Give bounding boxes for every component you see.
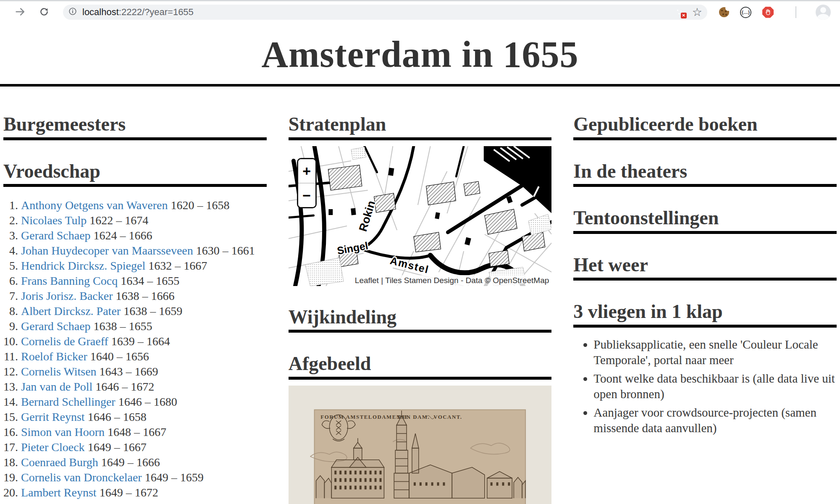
wijkindeling-heading: Wijkindeling: [289, 306, 552, 333]
page-info-icon[interactable]: [68, 7, 77, 18]
councillor-years: 1648 – 1667: [105, 425, 166, 438]
address-bar[interactable]: localhost:2222/?year=1655 ✕ ☆: [63, 5, 707, 20]
vroedschap-item: Cornelis van Dronckelaer 1649 – 1659: [21, 470, 267, 485]
vroedschap-item: Gerard Schaep 1624 – 1666: [21, 228, 267, 243]
vroedschap-item: Johan Huydecoper van Maarsseveen 1630 – …: [21, 243, 267, 258]
councillor-years: 1638 – 1666: [113, 289, 175, 302]
right-column: Gepubliceerde boeken In de theaters Tent…: [573, 87, 837, 504]
cookies-blocked-icon[interactable]: ✕: [675, 8, 685, 17]
klap-bullet-list: Publieksapplicatie, een snelle 'Couleur …: [573, 337, 837, 436]
adblock-extension-icon[interactable]: [762, 7, 774, 18]
councillor-link[interactable]: Jan van de Poll: [21, 380, 92, 393]
klap-bullet: Aanjager voor crowdsource-projecten (sam…: [593, 405, 837, 436]
content-columns: Burgemeesters Vroedschap Anthony Oetgens…: [0, 87, 840, 504]
councillor-years: 1646 – 1680: [116, 395, 177, 408]
councillor-years: 1649 – 1666: [98, 456, 160, 469]
klap-bullet: Toont welke data beschikbaar is (alle da…: [593, 371, 837, 402]
forward-button[interactable]: [14, 6, 26, 19]
councillor-years: 1646 – 1672: [92, 380, 154, 393]
profile-avatar[interactable]: [816, 5, 831, 20]
councillor-years: 1624 – 1666: [91, 229, 152, 242]
councillor-years: 1639 – 1664: [108, 335, 170, 348]
bookmark-star-icon[interactable]: ☆: [692, 7, 702, 18]
street-map[interactable]: Rokin Singel Amstel + − Leaflet | Tiles …: [289, 146, 552, 286]
councillor-link[interactable]: Frans Banning Cocq: [21, 274, 118, 287]
councillor-years: 1632 – 1667: [145, 259, 207, 272]
vroedschap-item: Coenraed Burgh 1649 – 1666: [21, 455, 267, 470]
url-path: :2222/?year=1655: [119, 7, 194, 17]
councillor-years: 1620 – 1658: [168, 199, 229, 212]
councillor-link[interactable]: Pieter Cloeck: [21, 441, 85, 454]
councillor-link[interactable]: Roelof Bicker: [21, 350, 87, 363]
vroedschap-item: Frans Banning Cocq 1634 – 1655: [21, 273, 267, 289]
vroedschap-item: Jan van de Poll 1646 – 1672: [21, 379, 267, 394]
url-text: localhost:2222/?year=1655: [82, 7, 194, 18]
councillor-link[interactable]: Lambert Reynst: [21, 486, 97, 499]
engraving-image: FORUM AMSTELODAMENSE. DEN DAM. VOCANT.: [289, 386, 552, 504]
toolbar-separator: [795, 6, 796, 18]
councillor-years: 1638 – 1655: [91, 320, 152, 333]
vroedschap-item: Cornelis Witsen 1643 – 1669: [21, 364, 267, 379]
vroedschap-item: Cornelis de Graeff 1639 – 1664: [21, 334, 267, 349]
extensions-row: {…}: [719, 5, 840, 20]
klap-heading: 3 vliegen in 1 klap: [573, 301, 837, 328]
cookie-extension-icon[interactable]: [719, 7, 729, 17]
councillor-link[interactable]: Simon van Hoorn: [21, 425, 105, 438]
weer-heading: Het weer: [573, 254, 837, 281]
councillor-link[interactable]: Gerard Schaep: [21, 229, 91, 242]
councillor-link[interactable]: Johan Huydecoper van Maarsseveen: [21, 244, 193, 257]
tentoonstellingen-heading: Tentoonstellingen: [573, 207, 837, 234]
councillor-years: 1622 – 1674: [87, 214, 148, 227]
cookie-blocked-badge: ✕: [681, 13, 687, 18]
vroedschap-item: Roelof Bicker 1640 – 1656: [21, 349, 267, 364]
middle-column: Stratenplan: [289, 87, 552, 504]
brackets-extension-icon[interactable]: {…}: [740, 7, 751, 18]
url-host: localhost: [82, 7, 119, 17]
councillor-link[interactable]: Gerard Schaep: [21, 320, 91, 333]
councillor-years: 1646 – 1658: [85, 410, 147, 423]
page-title: Amsterdam in 1655: [0, 33, 840, 76]
klap-bullet: Publieksapplicatie, een snelle 'Couleur …: [593, 337, 837, 368]
burgemeesters-heading: Burgemeesters: [3, 113, 267, 140]
councillor-link[interactable]: Gerrit Reynst: [21, 410, 85, 423]
councillor-link[interactable]: Cornelis de Graeff: [21, 335, 108, 348]
vroedschap-item: Lambert Reynst 1649 – 1672: [21, 485, 267, 500]
forward-icon: [14, 6, 26, 19]
left-column: Burgemeesters Vroedschap Anthony Oetgens…: [3, 87, 267, 504]
zoom-in-button[interactable]: +: [298, 159, 315, 183]
vroedschap-item: Pieter Cloeck 1649 – 1667: [21, 440, 267, 455]
map-attribution[interactable]: Leaflet | Tiles Stamen Design - Data © O…: [352, 275, 552, 286]
vroedschap-item: Bernard Schellinger 1646 – 1680: [21, 394, 267, 410]
vroedschap-item: Albert Dircksz. Pater 1638 – 1659: [21, 304, 267, 319]
councillor-link[interactable]: Coenraed Burgh: [21, 456, 98, 469]
browser-toolbar: localhost:2222/?year=1655 ✕ ☆ {…}: [0, 1, 840, 23]
councillor-years: 1649 – 1667: [85, 441, 147, 454]
vroedschap-item: Joris Jorisz. Backer 1638 – 1666: [21, 289, 267, 304]
councillor-link[interactable]: Albert Dircksz. Pater: [21, 304, 121, 318]
councillor-link[interactable]: Hendrick Dircksz. Spiegel: [21, 259, 145, 272]
map-tiles: Rokin Singel Amstel: [289, 146, 552, 286]
vroedschap-item: Gerrit Reynst 1646 – 1658: [21, 410, 267, 425]
reload-icon: [39, 6, 50, 18]
afgebeeld-heading: Afgebeeld: [289, 353, 552, 380]
councillor-years: 1638 – 1659: [121, 304, 182, 318]
councillor-link[interactable]: Nicolaes Tulp: [21, 214, 87, 227]
councillor-years: 1640 – 1656: [87, 350, 149, 363]
councillor-years: 1643 – 1669: [97, 365, 158, 378]
vroedschap-item: Nicolaes Tulp 1622 – 1674: [21, 213, 267, 228]
councillor-years: 1634 – 1655: [118, 274, 179, 287]
councillor-link[interactable]: Cornelis Witsen: [21, 365, 97, 378]
vroedschap-item: Gerard Schaep 1638 – 1655: [21, 319, 267, 334]
councillor-link[interactable]: Bernard Schellinger: [21, 395, 116, 408]
councillor-link[interactable]: Joris Jorisz. Backer: [21, 289, 113, 302]
theaters-heading: In de theaters: [573, 160, 837, 187]
reload-button[interactable]: [39, 6, 50, 18]
vroedschap-item: Simon van Hoorn 1648 – 1667: [21, 425, 267, 440]
councillor-link[interactable]: Anthony Oetgens van Waveren: [21, 199, 168, 212]
councillor-link[interactable]: Cornelis van Dronckelaer: [21, 471, 142, 484]
map-zoom-control: + −: [297, 158, 317, 208]
councillor-years: 1630 – 1661: [193, 244, 255, 257]
stratenplan-heading: Stratenplan: [289, 113, 552, 140]
zoom-out-button[interactable]: −: [298, 184, 315, 207]
vroedschap-heading: Vroedschap: [3, 160, 267, 187]
